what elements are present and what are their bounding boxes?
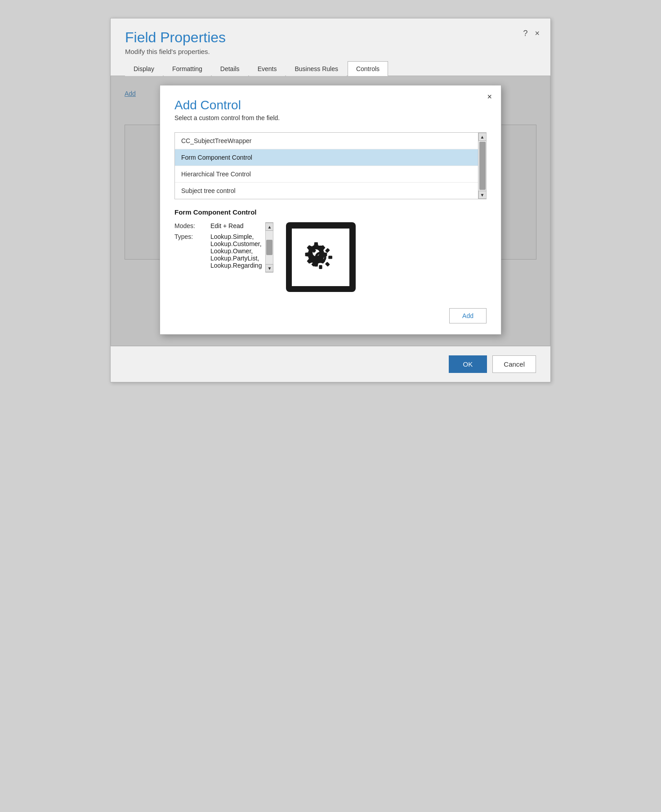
svg-rect-4 <box>329 256 333 259</box>
list-item-subject-tree[interactable]: Subject tree control <box>175 183 478 199</box>
control-icon-area <box>282 222 359 292</box>
add-button[interactable]: Add <box>449 308 487 323</box>
control-icon-inner <box>292 229 349 286</box>
help-button[interactable]: ? <box>523 29 527 37</box>
dialog-header: Add Control Select a custom control from… <box>160 85 501 125</box>
list-item-form-component[interactable]: Form Component Control <box>175 149 478 166</box>
window-footer: OK Cancel <box>111 346 550 382</box>
modal-overlay: × Add Control Select a custom control fr… <box>111 76 550 345</box>
control-list-items: CC_SubjectTreeWrapper Form Component Con… <box>175 133 478 199</box>
tab-content-area: Add × Add Control Select a custom contro… <box>111 76 550 346</box>
dialog-close-button[interactable]: × <box>487 93 492 101</box>
control-details-info: Modes: Edit + Read Types: Lookup.Simple,… <box>174 222 262 273</box>
window-title: Field Properties <box>125 29 536 46</box>
svg-rect-8 <box>325 261 330 266</box>
info-scrollbar[interactable]: ▲ ▼ <box>265 222 273 273</box>
tab-controls[interactable]: Controls <box>348 61 388 76</box>
tab-formatting[interactable]: Formatting <box>164 61 211 76</box>
svg-rect-3 <box>319 265 322 269</box>
tab-business-rules[interactable]: Business Rules <box>286 61 347 76</box>
add-control-dialog: × Add Control Select a custom control fr… <box>160 85 501 335</box>
tabs-bar: Display Formatting Details Events Busine… <box>111 61 550 76</box>
types-row: Types: Lookup.Simple, Lookup.Customer, L… <box>174 233 262 269</box>
types-value: Lookup.Simple, Lookup.Customer, Lookup.O… <box>210 233 262 269</box>
modes-label: Modes: <box>174 222 210 229</box>
window-controls: ? × <box>523 29 540 37</box>
info-scroll-down[interactable]: ▼ <box>265 264 273 272</box>
control-details-body: Modes: Edit + Read Types: Lookup.Simple,… <box>174 222 487 292</box>
dialog-subtitle: Select a custom control from the field. <box>174 114 487 121</box>
tab-display[interactable]: Display <box>125 61 163 76</box>
tab-events[interactable]: Events <box>249 61 286 76</box>
info-scroll-up[interactable]: ▲ <box>265 223 273 231</box>
control-icon-box <box>286 222 356 292</box>
selected-control-name: Form Component Control <box>174 208 487 216</box>
modes-row: Modes: Edit + Read <box>174 222 262 229</box>
scroll-down-arrow[interactable]: ▼ <box>478 191 487 199</box>
info-scroll-container: Modes: Edit + Read Types: Lookup.Simple,… <box>174 222 273 273</box>
control-list: CC_SubjectTreeWrapper Form Component Con… <box>174 132 487 199</box>
modes-value: Edit + Read <box>210 222 262 229</box>
list-item-cc-subject[interactable]: CC_SubjectTreeWrapper <box>175 133 478 149</box>
window-close-button[interactable]: × <box>535 29 540 37</box>
cancel-button[interactable]: Cancel <box>492 355 536 373</box>
dialog-body: CC_SubjectTreeWrapper Form Component Con… <box>160 125 501 303</box>
window-subtitle: Modify this field's properties. <box>125 48 536 55</box>
svg-rect-5 <box>309 256 313 259</box>
list-item-hierarchical-tree[interactable]: Hierarchical Tree Control <box>175 166 478 183</box>
svg-rect-2 <box>319 246 322 250</box>
window-header: Field Properties Modify this field's pro… <box>111 18 550 61</box>
control-details-section: Form Component Control Modes: Edit + Rea… <box>174 208 487 292</box>
svg-rect-6 <box>325 248 330 253</box>
page-container: Field Properties Modify this field's pro… <box>0 0 661 812</box>
gear-icon <box>304 241 337 274</box>
scroll-thumb[interactable] <box>479 142 486 190</box>
list-scrollbar[interactable]: ▲ ▼ <box>478 133 486 199</box>
dialog-title: Add Control <box>174 98 487 112</box>
svg-point-1 <box>319 255 323 259</box>
dialog-footer: Add <box>160 303 501 334</box>
types-label: Types: <box>174 233 210 240</box>
scroll-up-arrow[interactable]: ▲ <box>478 133 487 141</box>
tab-details[interactable]: Details <box>212 61 248 76</box>
info-scroll-thumb[interactable] <box>266 240 272 255</box>
ok-button[interactable]: OK <box>449 355 487 373</box>
field-properties-window: Field Properties Modify this field's pro… <box>110 18 551 382</box>
